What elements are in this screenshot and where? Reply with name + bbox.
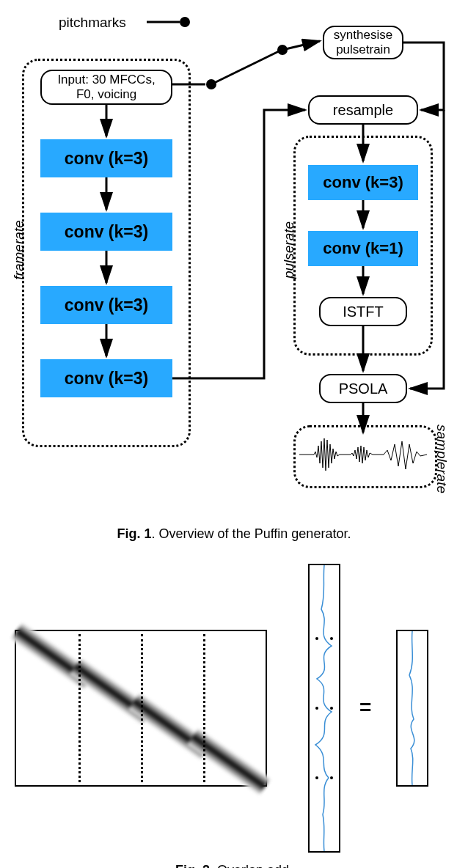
svg-point-19 [330, 707, 333, 710]
svg-point-5 [277, 45, 288, 55]
ola-matrix [15, 630, 267, 787]
pitchmarks-label: pitchmarks [59, 15, 126, 31]
fig2-caption-bold: Fig. 2 [175, 863, 210, 868]
fig1-caption: Fig. 1. Overview of the Puffin generator… [15, 526, 453, 542]
fig1-diagram: pitchmarks synthesise pulsetrain framera… [15, 15, 453, 513]
input-node: Input: 30 MFCCs, F0, voicing [40, 70, 172, 105]
input-l2: F0, voicing [76, 87, 136, 102]
svg-point-16 [315, 637, 318, 640]
overlap-wave-icon [310, 565, 339, 851]
fig2-caption: Fig. 2. Overlap add. [15, 863, 453, 868]
synth-l1: synthesise [334, 28, 392, 43]
fig2-caption-rest: . Overlap add. [210, 863, 293, 868]
samplerate-label: samplerate [434, 424, 450, 493]
resample-node: resample [308, 95, 418, 125]
right-conv2: conv (k=1) [308, 231, 418, 266]
fig1-caption-rest: . Overview of the Puffin generator. [152, 526, 351, 541]
svg-line-6 [282, 41, 320, 50]
overlap-strip [308, 564, 340, 853]
svg-point-18 [315, 707, 318, 710]
svg-point-1 [180, 17, 190, 27]
input-l1: Input: 30 MFCCs, [57, 73, 155, 87]
framerate-label: framerate [11, 220, 27, 279]
svg-point-21 [330, 776, 333, 779]
svg-point-17 [330, 637, 333, 640]
svg-line-4 [211, 51, 279, 84]
istft-node: ISTFT [319, 297, 407, 326]
equals-sign: = [359, 696, 371, 719]
svg-point-3 [206, 79, 216, 89]
synthesise-pulsetrain-node: synthesise pulsetrain [323, 26, 403, 59]
svg-point-20 [315, 776, 318, 779]
result-strip [396, 630, 428, 787]
left-conv1: conv (k=3) [40, 139, 172, 177]
left-conv3: conv (k=3) [40, 286, 172, 324]
psola-node: PSOLA [319, 374, 407, 403]
synth-l2: pulsetrain [336, 43, 390, 57]
left-conv2: conv (k=3) [40, 213, 172, 251]
fig1-caption-bold: Fig. 1 [117, 526, 152, 541]
waveform-icon [299, 431, 427, 478]
fig2-diagram: = [15, 564, 453, 850]
left-conv4: conv (k=3) [40, 359, 172, 397]
result-wave-icon [398, 631, 427, 785]
right-conv1: conv (k=3) [308, 165, 418, 200]
pulserate-label: pulserate [281, 221, 297, 279]
